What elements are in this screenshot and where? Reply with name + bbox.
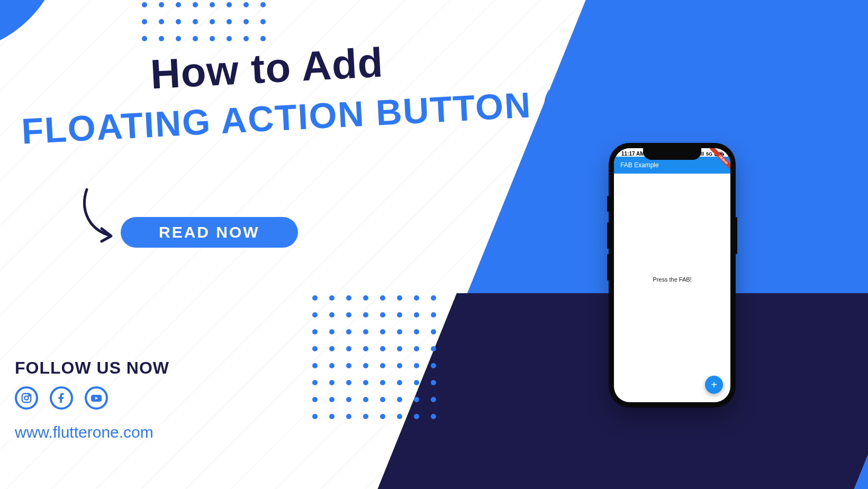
- website-url[interactable]: www.flutterone.com: [15, 423, 153, 441]
- arrow-icon: [76, 186, 124, 245]
- phone-body: Press the FAB!: [614, 174, 730, 385]
- follow-title: FOLLOW US NOW: [15, 358, 169, 378]
- phone-notch: [643, 148, 701, 160]
- phone-body-text: Press the FAB!: [653, 276, 691, 283]
- app-bar-title: FAB Example: [620, 161, 659, 169]
- network-label: 5G: [706, 151, 712, 157]
- facebook-icon[interactable]: [50, 386, 73, 410]
- youtube-icon[interactable]: [85, 386, 108, 410]
- instagram-icon[interactable]: [15, 386, 38, 410]
- status-time: 11:17 AM: [621, 151, 645, 157]
- decorative-dots-top: [142, 2, 266, 41]
- phone-mockup: 11:17 AM ıll 5G FAB Example DEBUG Press …: [609, 143, 736, 408]
- fab-button[interactable]: +: [705, 376, 723, 394]
- svg-point-1: [24, 396, 28, 400]
- decorative-dots-mid: [312, 295, 436, 419]
- plus-icon: +: [711, 379, 717, 391]
- follow-section: FOLLOW US NOW: [15, 358, 169, 410]
- svg-point-2: [29, 395, 30, 396]
- read-now-button[interactable]: READ NOW: [121, 217, 298, 248]
